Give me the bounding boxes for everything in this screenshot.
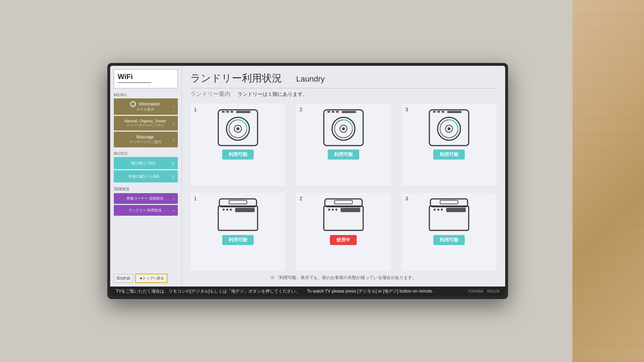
- top-machine-3: 3 利用可能: [402, 193, 497, 271]
- tv-screen: WiFi MENU i Information ホテル案内 ›: [110, 66, 505, 296]
- status-badge-3: 利用可能: [433, 150, 465, 160]
- svg-point-44: [434, 209, 436, 211]
- svg-rect-10: [327, 111, 330, 113]
- front-machine-2: 2: [296, 104, 391, 186]
- arrow-icon: ›: [173, 121, 174, 126]
- svg-rect-42: [440, 200, 458, 204]
- music-label: MUSIC: [114, 151, 178, 156]
- svg-rect-20: [437, 111, 440, 113]
- svg-rect-33: [235, 208, 255, 212]
- status-badge-t3: 利用可能: [433, 235, 465, 245]
- crowded-label: 混雑状況: [114, 186, 178, 192]
- svg-point-8: [236, 127, 239, 130]
- machine-number-t1: 1: [194, 196, 197, 201]
- wifi-box: WiFi: [114, 69, 178, 88]
- svg-rect-12: [336, 111, 339, 113]
- svg-rect-35: [335, 200, 352, 204]
- sidebar-item-information[interactable]: i Information ホテル案内 ›: [114, 98, 178, 115]
- reservation-button[interactable]: 宿泊約款: [114, 274, 133, 283]
- music-note-icon: ♪: [171, 173, 174, 180]
- status-badge-t1: 利用可能: [222, 235, 254, 245]
- status-badge-2: 利用可能: [328, 150, 359, 160]
- svg-point-17: [342, 127, 345, 130]
- svg-rect-22: [447, 111, 462, 113]
- machine-grid: 1: [190, 104, 497, 271]
- machine-number-2: 2: [299, 107, 302, 112]
- svg-rect-21: [441, 111, 444, 113]
- svg-point-37: [328, 209, 330, 211]
- svg-rect-13: [342, 111, 356, 113]
- svg-rect-40: [341, 208, 360, 212]
- sidebar-item-morning-sol[interactable]: 朝の眠り SOL ♪: [114, 157, 178, 169]
- content-area: ランドリー利用状況 Laundry ランドリー案内 ランドリーは１階にあります。…: [182, 66, 505, 287]
- svg-point-32: [230, 209, 232, 211]
- front-washer-icon-2: [322, 108, 365, 147]
- sub-header: ランドリー案内 ランドリーは１階にあります。: [190, 90, 497, 98]
- sidebar-item-nos[interactable]: Natural, Organic, Smart スーパーホテルのこだわり ›: [114, 116, 178, 131]
- arrow-icon: ›: [173, 137, 174, 142]
- page-title-ja: ランドリー利用状況: [190, 72, 282, 85]
- machine-number-t2: 2: [299, 196, 302, 201]
- music-note-icon: ♪: [171, 160, 174, 166]
- svg-rect-47: [446, 208, 466, 212]
- wifi-underline: [118, 82, 151, 83]
- wood-panel: [572, 0, 644, 362]
- top-button[interactable]: ◄トップへ戻る: [135, 274, 167, 283]
- menu-label: MENU: [114, 93, 178, 97]
- sub-desc: ランドリーは１階にあります。: [238, 91, 308, 98]
- svg-point-45: [437, 209, 439, 211]
- svg-point-39: [335, 209, 337, 211]
- arrow-icon: ›: [173, 196, 174, 201]
- ticker-bar: TVをご覧いただく場合は、リモコンの[デジタル]もしくは「地デジ」ボタンを押して…: [110, 287, 505, 296]
- room-background: WiFi MENU i Information ホテル案内 ›: [0, 0, 644, 362]
- machine-number-3: 3: [405, 107, 408, 112]
- content-header: ランドリー利用状況 Laundry: [190, 72, 497, 88]
- sidebar-item-breakfast[interactable]: 朝食コーナー 混雑状況 ›: [114, 193, 178, 204]
- top-washer-icon-1: [216, 197, 259, 233]
- machine-number-t3: 3: [405, 196, 408, 201]
- top-machine-2: 2 使用中: [296, 193, 391, 271]
- sidebar-item-massage[interactable]: Massage マッサージのご案内 ›: [114, 132, 178, 147]
- status-badge-t2: 使用中: [330, 235, 357, 245]
- svg-rect-3: [230, 111, 233, 113]
- svg-point-46: [441, 209, 443, 211]
- front-washer-icon-3: [428, 108, 470, 147]
- svg-rect-2: [226, 111, 229, 113]
- info-icon: i: [130, 101, 136, 107]
- arrow-icon: ›: [173, 104, 174, 109]
- wifi-title: WiFi: [118, 73, 174, 81]
- svg-point-38: [332, 209, 334, 211]
- top-washer-icon-3: [428, 197, 470, 233]
- svg-rect-1: [222, 111, 225, 113]
- ticker-text-en: To watch TV please press [デジタル] or [地デジ]…: [307, 288, 433, 294]
- brand-label: TOSHIBA REGZA: [468, 289, 499, 293]
- ticker-text-ja: TVをご覧いただく場合は、リモコンの[デジタル]もしくは「地デジ」ボタンを押して…: [116, 288, 300, 294]
- svg-rect-19: [433, 111, 436, 113]
- sidebar-item-afternoon-luna[interactable]: 午後の眠り LUNA ♪: [114, 170, 178, 182]
- svg-point-30: [223, 209, 225, 211]
- machine-number-1: 1: [194, 107, 197, 112]
- sidebar-item-laundry[interactable]: ランドリー 利用状況 ›: [114, 205, 178, 216]
- main-content: WiFi MENU i Information ホテル案内 ›: [110, 66, 505, 287]
- sidebar: WiFi MENU i Information ホテル案内 ›: [110, 66, 182, 287]
- svg-rect-28: [229, 200, 247, 204]
- svg-point-31: [226, 209, 228, 211]
- svg-rect-11: [332, 111, 335, 113]
- arrow-icon: ›: [173, 208, 174, 212]
- note-text: ※「利用可能」表示でも、前のお客様の衣類が残っている場合があります。: [190, 275, 497, 281]
- page-title-en: Laundry: [296, 74, 325, 84]
- front-washer-icon: [216, 108, 259, 147]
- status-badge-1: 利用可能: [222, 150, 254, 160]
- sidebar-bottom: 宿泊約款 ◄トップへ戻る: [114, 272, 178, 283]
- svg-rect-4: [236, 111, 250, 113]
- tv-frame: WiFi MENU i Information ホテル案内 ›: [107, 63, 508, 299]
- sub-title: ランドリー案内: [190, 90, 230, 98]
- top-machine-1: 1: [190, 193, 285, 271]
- top-washer-icon-2: [322, 197, 365, 233]
- svg-point-26: [448, 127, 450, 130]
- front-machine-3: 3: [402, 104, 497, 186]
- front-machine-1: 1: [190, 104, 285, 186]
